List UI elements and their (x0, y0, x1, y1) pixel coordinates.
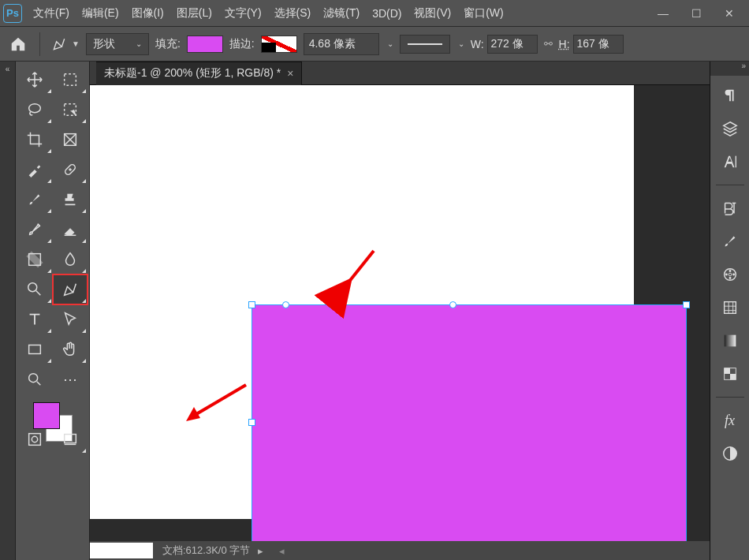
pattern-panel-icon[interactable] (720, 364, 740, 384)
brush-tool[interactable] (17, 185, 53, 215)
stamp-tool[interactable] (53, 185, 88, 215)
menu-filter[interactable]: 滤镜(T) (317, 3, 366, 24)
dodge-tool[interactable] (17, 274, 53, 304)
status-bar: 文档:612.3K/0 字节 ▸ ◂ (90, 541, 710, 560)
panel-divider (716, 397, 744, 398)
shape-mode-select[interactable]: 形状 ⌄ (86, 33, 149, 55)
chevron-down-icon: ⌄ (136, 39, 142, 48)
selection-bounds (252, 304, 687, 541)
minimize-button[interactable]: — (647, 2, 680, 25)
svg-point-6 (28, 283, 37, 292)
rectangle-tool[interactable] (17, 334, 53, 364)
close-button[interactable]: ✕ (713, 2, 746, 25)
svg-rect-24 (730, 374, 736, 379)
right-panel-icons: fx (710, 76, 749, 560)
paragraph-panel-icon[interactable] (720, 85, 740, 106)
fill-swatch[interactable] (187, 35, 223, 53)
anchor-point[interactable] (282, 301, 289, 308)
path-select-tool[interactable] (53, 304, 88, 334)
w-input[interactable]: 272 像 (487, 35, 538, 54)
w-label: W: (471, 38, 484, 50)
properties-panel-icon[interactable] (720, 297, 740, 318)
svg-point-1 (29, 104, 41, 113)
svg-point-18 (725, 274, 727, 276)
menu-3d[interactable]: 3D(D) (366, 4, 408, 23)
healing-tool[interactable] (53, 155, 88, 185)
app-logo: Ps (3, 4, 22, 23)
type-tool[interactable] (17, 304, 53, 334)
height-field: H: 167 像 (559, 35, 624, 54)
annotation-arrow (326, 243, 382, 309)
anchor-point[interactable] (449, 301, 456, 308)
collapse-left-icon[interactable]: « (0, 62, 16, 560)
quick-mask-toggle[interactable] (17, 424, 53, 454)
menu-type[interactable]: 文字(Y) (218, 3, 268, 24)
svg-point-17 (729, 277, 731, 279)
document-tab[interactable]: 未标题-1 @ 200% (矩形 1, RGB/8) * × (96, 62, 302, 85)
stroke-label: 描边: (229, 37, 255, 51)
handle-nw[interactable] (248, 301, 255, 308)
gradient-tool[interactable] (17, 245, 53, 274)
glyphs-panel-icon[interactable] (720, 198, 740, 218)
svg-rect-11 (64, 435, 76, 443)
pen-tool[interactable] (53, 274, 88, 304)
swatches-panel-icon[interactable] (720, 264, 740, 285)
home-icon[interactable] (8, 34, 28, 54)
move-tool[interactable] (17, 65, 53, 95)
marquee-tool[interactable] (53, 65, 88, 95)
eyedropper-tool[interactable] (17, 155, 53, 185)
adjustments-panel-icon[interactable] (720, 443, 740, 464)
right-panel-strip: » fx (710, 62, 749, 560)
shape-mode-label: 形状 (93, 37, 115, 51)
eraser-tool[interactable] (53, 215, 88, 245)
menu-window[interactable]: 窗口(W) (457, 3, 510, 24)
crop-tool[interactable] (17, 125, 53, 155)
svg-point-8 (29, 374, 38, 383)
chevron-down-icon: ▼ (72, 39, 80, 48)
h-input[interactable]: 167 像 (573, 35, 624, 54)
stroke-width-input[interactable]: 4.68 像素 (304, 33, 379, 55)
work-area: « ⋯ (0, 62, 749, 560)
lasso-tool[interactable] (17, 95, 53, 125)
chevron-down-icon[interactable]: ⌄ (387, 39, 393, 48)
window-controls: — ☐ ✕ (647, 2, 746, 25)
brush-panel-icon[interactable] (720, 231, 740, 252)
history-brush-tool[interactable] (17, 215, 53, 245)
maximize-button[interactable]: ☐ (680, 2, 713, 25)
document-tabbar: 未标题-1 @ 200% (矩形 1, RGB/8) * × (90, 62, 710, 85)
stroke-style-select[interactable] (400, 35, 450, 54)
close-tab-icon[interactable]: × (287, 67, 293, 80)
link-wh-icon[interactable]: ⚯ (544, 38, 553, 50)
gradient-panel-icon[interactable] (720, 330, 740, 351)
layers-panel-icon[interactable] (720, 118, 740, 139)
edit-toolbar[interactable]: ⋯ (53, 364, 88, 394)
tool-preset-dropdown[interactable]: ▼ (51, 36, 80, 52)
blur-tool[interactable] (53, 245, 88, 274)
hand-tool[interactable] (53, 334, 88, 364)
chevron-down-icon[interactable]: ⌄ (458, 39, 464, 48)
menu-select[interactable]: 选择(S) (268, 3, 318, 24)
svg-point-15 (729, 270, 731, 272)
menu-file[interactable]: 文件(F) (27, 3, 76, 24)
menu-image[interactable]: 图像(I) (125, 3, 170, 24)
menu-layer[interactable]: 图层(L) (170, 3, 218, 24)
collapse-right-icon[interactable]: » (710, 62, 749, 76)
frame-tool[interactable] (53, 125, 88, 155)
scroll-left-icon[interactable]: ◂ (279, 545, 285, 557)
menu-view[interactable]: 视图(V) (408, 3, 457, 24)
zoom-tool[interactable] (17, 364, 53, 394)
document-info: 文档:612.3K/0 字节 (162, 543, 250, 558)
character-panel-icon[interactable] (720, 151, 740, 172)
screen-mode-toggle[interactable] (53, 424, 88, 454)
styles-panel-icon[interactable]: fx (720, 410, 740, 431)
canvas-viewport[interactable] (90, 85, 710, 541)
status-disclosure-icon[interactable]: ▸ (258, 545, 263, 557)
svg-line-13 (192, 385, 246, 416)
zoom-field[interactable] (90, 543, 153, 558)
menu-edit[interactable]: 编辑(E) (76, 3, 125, 24)
svg-point-16 (732, 274, 735, 276)
svg-rect-7 (29, 345, 41, 354)
stroke-swatch[interactable] (261, 35, 297, 53)
quick-select-tool[interactable] (53, 95, 88, 125)
handle-ne[interactable] (683, 301, 690, 308)
